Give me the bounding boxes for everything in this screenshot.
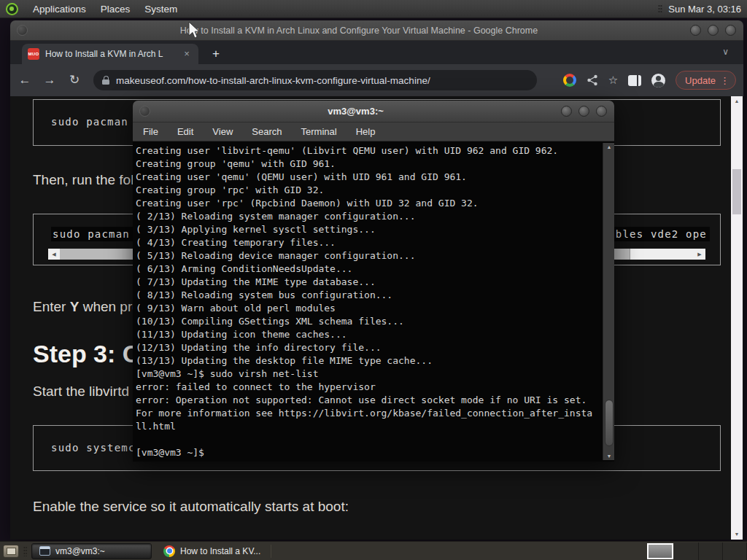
terminal-menu-help[interactable]: Help (356, 126, 376, 137)
terminal-menubar: File Edit View Search Terminal Help (133, 122, 614, 141)
terminal-menu-search[interactable]: Search (252, 126, 282, 137)
address-bar[interactable]: makeuseof.com/how-to-install-arch-linux-… (93, 70, 537, 90)
workspace-4[interactable] (723, 542, 747, 560)
terminal-line: ( 6/13) Arming ConditionNeedsUpdate... (136, 262, 601, 276)
workspace-switcher (646, 542, 747, 560)
paragraph-2-bold: Y (70, 299, 80, 314)
new-tab-button[interactable]: + (207, 47, 225, 63)
terminal-menu-view[interactable]: View (212, 126, 233, 137)
tab-title: How to Install a KVM in Arch L (45, 49, 181, 59)
tab-strip: MUO How to Install a KVM in Arch L × + ∨ (10, 41, 743, 64)
scroll-up-icon[interactable]: ▲ (735, 96, 740, 106)
terminal-line: (10/13) Compiling GSettings XML schema f… (136, 315, 601, 328)
update-button[interactable]: Update ⋮ (676, 71, 736, 90)
workspace-2[interactable] (674, 542, 698, 560)
menu-applications[interactable]: Applications (26, 1, 93, 17)
terminal-menu-file[interactable]: File (143, 126, 158, 137)
minimize-button[interactable] (690, 25, 701, 36)
page-scrollbar[interactable]: ▲ ▼ (731, 96, 743, 540)
workspace-3[interactable] (699, 542, 723, 560)
code-text-1: sudo pacman - (51, 116, 142, 128)
taskbar-item-terminal[interactable]: vm3@vm3:~ (31, 543, 152, 559)
forward-icon[interactable]: → (39, 70, 60, 90)
maximize-button[interactable] (708, 25, 719, 36)
terminal-close-button[interactable] (596, 106, 607, 117)
code-text-3: sudo systemct (51, 442, 142, 454)
browser-tab[interactable]: MUO How to Install a KVM in Arch L × (22, 44, 198, 64)
taskbar-item-label: How to Install a KV... (180, 546, 260, 556)
scroll-up-icon[interactable]: ▲ (603, 144, 615, 149)
terminal-line: (12/13) Updating the info directory file… (136, 341, 601, 354)
more-menu-dots-icon[interactable]: ⋮ (720, 75, 729, 86)
paragraph-2-post: when pro (79, 299, 139, 314)
code-text-2-left: sudo pacman (51, 227, 139, 241)
terminal-line: error: Operation not supported: Cannot u… (136, 394, 601, 407)
menu-system[interactable]: System (137, 1, 185, 17)
terminal-titlebar[interactable]: vm3@vm3:~ (133, 101, 614, 122)
terminal-line: ( 3/13) Applying kernel sysctl settings.… (136, 223, 601, 236)
show-desktop-icon[interactable] (3, 545, 19, 558)
terminal-body[interactable]: Creating user 'libvirt-qemu' (Libvirt QE… (133, 141, 614, 462)
paragraph-3: Start the libvirtd (33, 384, 129, 400)
terminal-line: [vm3@vm3 ~]$ sudo virsh net-list (136, 368, 601, 381)
terminal-maximize-button[interactable] (578, 106, 589, 117)
terminal-line: ( 8/13) Reloading system bus configurati… (136, 289, 601, 302)
top-panel: Applications Places System Sun Mar 3, 03… (0, 0, 747, 18)
terminal-line: Creating user 'libvirt-qemu' (Libvirt QE… (136, 144, 601, 158)
terminal-scrollbar[interactable]: ▲ ▼ (603, 143, 614, 460)
paragraph-2: Enter Y when pro (33, 299, 140, 315)
terminal-line: Creating group 'qemu' with GID 961. (136, 158, 601, 171)
workspace-1[interactable] (647, 543, 673, 559)
taskbar: vm3@vm3:~ How to Install a KV... (0, 541, 747, 560)
scroll-down-icon[interactable]: ▼ (735, 529, 740, 540)
terminal-icon (39, 546, 50, 556)
terminal-minimize-button[interactable] (561, 106, 572, 117)
terminal-line (136, 433, 601, 446)
profile-avatar-icon[interactable] (651, 74, 665, 88)
terminal-line: ( 5/13) Reloading device manager configu… (136, 249, 601, 262)
window-menu-icon[interactable] (17, 25, 28, 36)
terminal-menu-terminal[interactable]: Terminal (301, 126, 337, 137)
url-text[interactable]: makeuseof.com/how-to-install-arch-linux-… (116, 75, 430, 86)
tab-search-chevron-icon[interactable]: ∨ (722, 47, 729, 57)
terminal-line: ll.html (136, 420, 601, 433)
terminal-line: For more information see https://libvirt… (136, 407, 601, 420)
chrome-icon (163, 545, 175, 557)
scroll-right-icon[interactable]: ▶ (694, 252, 705, 257)
terminal-menu-edit[interactable]: Edit (177, 126, 193, 137)
paragraph-4: Enable the service so it automatically s… (33, 499, 349, 515)
chrome-window-title: How to Install a KVM in Arch Linux and C… (28, 26, 690, 36)
side-panel-icon[interactable] (628, 75, 641, 86)
scroll-down-icon[interactable]: ▼ (603, 454, 615, 459)
terminal-line: ( 9/13) Warn about old perl modules (136, 302, 601, 315)
chrome-titlebar[interactable]: How to Install a KVM in Arch Linux and C… (10, 20, 743, 41)
panel-grip[interactable] (658, 4, 662, 13)
reload-icon[interactable]: ↻ (64, 70, 85, 90)
scrollbar-thumb[interactable] (605, 400, 614, 446)
close-button[interactable] (725, 25, 736, 36)
scroll-left-icon[interactable]: ◀ (48, 252, 60, 257)
terminal-line: Creating user 'rpc' (Rpcbind Daemon) wit… (136, 197, 601, 210)
terminal-title: vm3@vm3:~ (150, 106, 561, 117)
lock-icon[interactable] (102, 76, 109, 85)
terminal-output: Creating user 'libvirt-qemu' (Libvirt QE… (136, 144, 601, 459)
clock[interactable]: Sun Mar 3, 03:16 (668, 4, 741, 15)
scrollbar-thumb[interactable] (732, 169, 741, 214)
taskbar-item-label: vm3@vm3:~ (55, 546, 105, 556)
terminal-window-menu-icon[interactable] (139, 106, 150, 117)
mouse-cursor (187, 21, 202, 40)
terminal-line: (11/13) Updating icon theme caches... (136, 328, 601, 341)
distro-logo-icon[interactable] (6, 3, 18, 15)
bookmark-star-icon[interactable]: ☆ (608, 74, 618, 87)
taskbar-item-chrome[interactable]: How to Install a KV... (156, 543, 268, 559)
tab-favicon-icon: MUO (28, 48, 39, 60)
terminal-line: ( 7/13) Updating the MIME type database.… (136, 276, 601, 289)
terminal-line: ( 4/13) Creating temporary files... (136, 236, 601, 249)
share-icon[interactable] (587, 74, 598, 86)
paragraph-2-pre: Enter (33, 299, 70, 314)
menu-places[interactable]: Places (93, 1, 138, 17)
google-g-icon[interactable] (563, 74, 576, 87)
tab-close-icon[interactable]: × (181, 48, 193, 60)
back-icon[interactable]: ← (15, 70, 35, 90)
browser-toolbar: ← → ↻ makeuseof.com/how-to-install-arch-… (10, 64, 743, 96)
